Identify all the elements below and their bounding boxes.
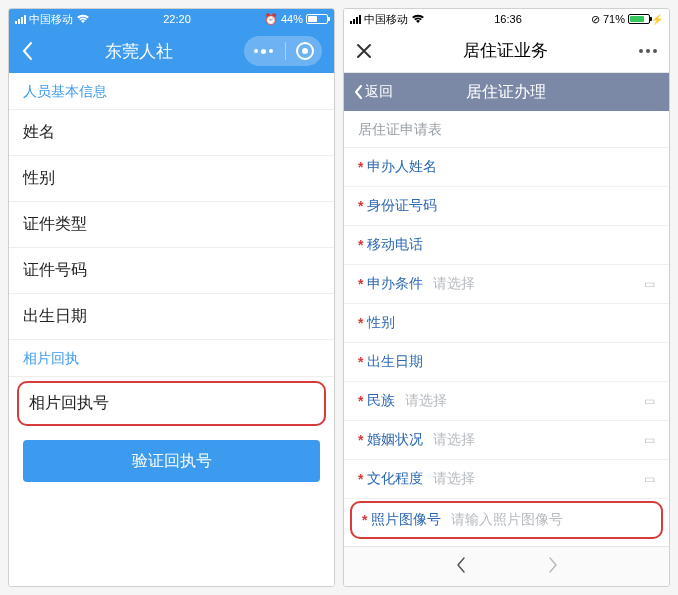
required-icon: *	[358, 393, 363, 409]
close-button[interactable]	[356, 43, 372, 59]
required-icon: *	[358, 471, 363, 487]
rotation-lock-icon: ⊘	[591, 13, 600, 26]
sub-nav: 返回 居住证办理	[344, 73, 669, 111]
battery-icon	[306, 14, 328, 24]
field-mobile[interactable]: * 移动电话	[344, 226, 669, 265]
field-name[interactable]: 姓名	[9, 110, 334, 156]
battery-icon: ⚡	[628, 14, 663, 25]
field-marriage[interactable]: * 婚姻状况 请选择 ▭	[344, 421, 669, 460]
status-time: 22:20	[163, 13, 191, 25]
field-applicant-name[interactable]: * 申办人姓名	[344, 148, 669, 187]
alarm-icon: ⏰	[264, 13, 278, 26]
wifi-icon	[411, 14, 425, 24]
field-birth[interactable]: * 出生日期	[344, 343, 669, 382]
subnav-title: 居住证办理	[393, 82, 619, 103]
field-id-number[interactable]: * 身份证号码	[344, 187, 669, 226]
battery-pct-label: 44%	[281, 13, 303, 25]
field-apply-condition[interactable]: * 申办条件 请选择 ▭	[344, 265, 669, 304]
field-birth[interactable]: 出生日期	[9, 294, 334, 340]
close-miniprogram-icon[interactable]	[296, 42, 314, 60]
form-body: 人员基本信息 姓名 性别 证件类型 证件号码 出生日期 相片回执 相片回执号 验…	[9, 73, 334, 586]
required-icon: *	[362, 512, 367, 528]
required-icon: *	[358, 432, 363, 448]
section-photo-receipt: 相片回执	[9, 340, 334, 377]
signal-icon	[15, 15, 26, 24]
book-icon: ▭	[644, 433, 655, 447]
book-icon: ▭	[644, 277, 655, 291]
menu-icon[interactable]	[248, 49, 279, 54]
required-icon: *	[358, 237, 363, 253]
signal-icon	[350, 15, 361, 24]
required-icon: *	[358, 159, 363, 175]
nav-title: 居住证业务	[372, 39, 639, 62]
nav-bar: 东莞人社	[9, 29, 334, 73]
required-icon: *	[358, 276, 363, 292]
more-button[interactable]	[639, 49, 657, 53]
field-photo-id[interactable]: * 照片图像号 请输入照片图像号	[350, 501, 663, 539]
form-body: 居住证申请表 * 申办人姓名 * 身份证号码 * 移动电话 * 申办条件 请选择…	[344, 111, 669, 546]
required-icon: *	[358, 354, 363, 370]
field-ethnicity[interactable]: * 民族 请选择 ▭	[344, 382, 669, 421]
required-icon: *	[358, 315, 363, 331]
nav-bar: 居住证业务	[344, 29, 669, 73]
field-household-address-type[interactable]: * 户籍地址类型 请选择 ▭	[344, 541, 669, 546]
back-button[interactable]	[21, 41, 33, 61]
field-photo-receipt-number[interactable]: 相片回执号	[17, 381, 326, 426]
book-icon: ▭	[644, 472, 655, 486]
field-id-type[interactable]: 证件类型	[9, 202, 334, 248]
section-basic-info: 人员基本信息	[9, 73, 334, 110]
phone-left: 中国移动 22:20 ⏰ 44% 东莞人社 人员基本信息 姓名 性别 证件类型 …	[8, 8, 335, 587]
miniprogram-capsule[interactable]	[244, 36, 322, 66]
subnav-back-button[interactable]: 返回	[354, 83, 393, 101]
field-gender[interactable]: 性别	[9, 156, 334, 202]
required-icon: *	[358, 198, 363, 214]
status-bar: 中国移动 22:20 ⏰ 44%	[9, 9, 334, 29]
field-gender[interactable]: * 性别	[344, 304, 669, 343]
battery-pct-label: 71%	[603, 13, 625, 25]
nav-next-button[interactable]	[547, 556, 559, 577]
wifi-icon	[76, 14, 90, 24]
verify-receipt-button[interactable]: 验证回执号	[23, 440, 320, 482]
nav-prev-button[interactable]	[455, 556, 467, 577]
field-education[interactable]: * 文化程度 请选择 ▭	[344, 460, 669, 499]
bottom-nav	[344, 546, 669, 586]
status-bar: 中国移动 16:36 ⊘ 71% ⚡	[344, 9, 669, 29]
book-icon: ▭	[644, 394, 655, 408]
carrier-label: 中国移动	[364, 12, 408, 27]
form-section-header: 居住证申请表	[344, 111, 669, 148]
status-time: 16:36	[494, 13, 522, 25]
nav-title: 东莞人社	[33, 40, 244, 63]
phone-right: 中国移动 16:36 ⊘ 71% ⚡ 居住证业务 返回 居住证办理 居住证申请表…	[343, 8, 670, 587]
field-id-number[interactable]: 证件号码	[9, 248, 334, 294]
carrier-label: 中国移动	[29, 12, 73, 27]
